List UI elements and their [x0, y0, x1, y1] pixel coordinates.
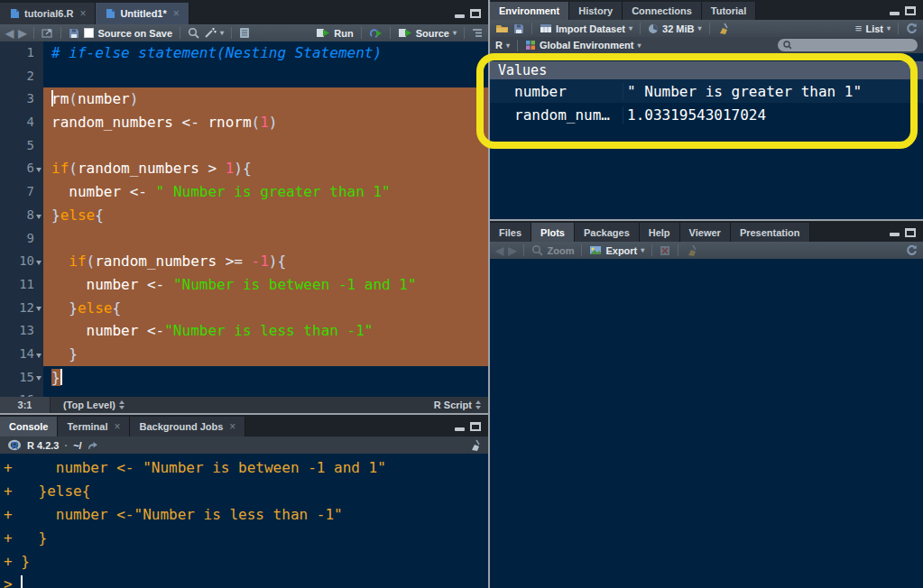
token: ( — [69, 160, 78, 177]
save-button[interactable] — [69, 28, 79, 39]
console-line: + } — [4, 527, 488, 550]
maximize-icon[interactable] — [470, 422, 481, 431]
document-outline-button[interactable] — [472, 28, 483, 38]
token: number — [51, 322, 147, 339]
environment-search-input[interactable] — [795, 41, 912, 51]
plots-toolbar: ◀ ▶ Zoom Export ▾ — [490, 242, 923, 259]
close-icon[interactable]: × — [229, 420, 235, 433]
line-number: 4 — [27, 111, 34, 134]
tab-connections[interactable]: Connections — [623, 2, 702, 20]
tab-console[interactable]: Console — [0, 417, 58, 436]
load-workspace-button[interactable] — [495, 23, 509, 33]
tab-terminal[interactable]: Terminal × — [58, 417, 130, 436]
refresh-icon[interactable] — [906, 244, 918, 256]
token: { — [112, 299, 121, 317]
scope-selector[interactable]: (Top Level) — [51, 400, 125, 410]
display-mode-button[interactable]: ≡ List ▾ — [855, 22, 891, 35]
token — [51, 345, 69, 363]
maximize-icon[interactable] — [905, 228, 916, 237]
code-text: number <- " Number is greater than 1" — [43, 180, 488, 204]
minimize-icon[interactable] — [890, 233, 900, 236]
token: random_numbers — [78, 160, 208, 177]
minimize-icon[interactable] — [890, 12, 900, 15]
file-type-selector[interactable]: R Script — [434, 400, 488, 410]
fold-arrow-icon[interactable] — [34, 212, 43, 219]
fold-arrow-icon[interactable] — [34, 258, 43, 265]
token: "Number is less than -1" — [164, 322, 373, 339]
tab-packages[interactable]: Packages — [575, 223, 640, 242]
maximize-icon[interactable] — [470, 9, 481, 18]
console-prompt-line[interactable]: > — [4, 573, 488, 588]
source-button[interactable]: Source ▾ — [398, 28, 457, 39]
separator — [678, 244, 678, 256]
close-icon[interactable]: × — [173, 7, 180, 20]
token: # if-else statement(Nesting Statement) — [51, 44, 382, 61]
compile-report-button[interactable] — [239, 27, 250, 39]
token: "Number is between -1 and 1" — [173, 276, 417, 293]
tab-plots[interactable]: Plots — [531, 223, 575, 242]
files-tabbar: Files Plots Packages Help Viewer Present… — [490, 221, 923, 242]
working-directory[interactable]: ~/ — [73, 440, 81, 451]
environment-search-box[interactable] — [778, 39, 918, 51]
tab-tutorial6[interactable]: tutorial6.R × — [0, 3, 96, 24]
popout-button[interactable] — [42, 28, 53, 38]
tab-environment[interactable]: Environment — [490, 2, 569, 20]
run-button[interactable]: Run — [316, 28, 353, 39]
tab-background-jobs[interactable]: Background Jobs × — [130, 417, 245, 436]
tab-tutorial[interactable]: Tutorial — [702, 2, 757, 20]
environment-selector[interactable]: Global Environment ▾ — [525, 40, 641, 51]
tab-help[interactable]: Help — [640, 223, 680, 242]
tab-history[interactable]: History — [569, 2, 623, 20]
tab-untitled1[interactable]: Untitled1* × — [96, 3, 189, 24]
tab-files[interactable]: Files — [490, 223, 531, 242]
tab-presentation[interactable]: Presentation — [731, 223, 810, 242]
line-number: 3 — [27, 87, 34, 111]
environment-row-random-numbers[interactable]: random_num… 1.03319543017024 — [490, 103, 923, 126]
memory-usage-button[interactable]: 32 MiB ▾ — [648, 23, 701, 34]
previous-plot-button[interactable]: ◀ — [495, 244, 503, 257]
close-icon[interactable]: × — [79, 7, 86, 20]
fold-arrow-icon[interactable] — [34, 351, 43, 358]
export-label: Export — [605, 245, 637, 256]
token: if — [69, 253, 86, 270]
list-label: List — [865, 23, 883, 34]
save-workspace-button[interactable] — [513, 23, 524, 34]
clear-objects-broom-icon[interactable] — [717, 23, 729, 34]
import-dataset-button[interactable]: Import Dataset ▾ — [540, 23, 632, 34]
token: if — [51, 160, 69, 177]
refresh-icon[interactable] — [906, 23, 918, 34]
code-tools-button[interactable]: ▾ — [204, 27, 224, 39]
rerun-icon — [369, 28, 383, 38]
table-icon — [540, 23, 552, 33]
next-plot-button[interactable]: ▶ — [508, 244, 516, 257]
fold-arrow-icon[interactable] — [34, 373, 43, 381]
maximize-icon[interactable] — [905, 6, 916, 15]
clear-console-broom-icon[interactable] — [469, 439, 481, 451]
language-selector[interactable]: R ▾ — [495, 40, 510, 51]
close-icon[interactable]: × — [114, 420, 120, 433]
export-plot-button[interactable]: Export ▾ — [589, 245, 644, 256]
back-button[interactable]: ◀ — [5, 27, 14, 40]
environment-row-number[interactable]: number " Number is greater than 1" — [490, 79, 923, 103]
clear-plots-broom-icon[interactable] — [686, 244, 697, 256]
code-editor[interactable]: 1# if-else statement(Nesting Statement)2… — [0, 41, 488, 397]
remove-plot-button[interactable] — [660, 245, 670, 256]
find-button[interactable] — [188, 27, 199, 39]
forward-button[interactable]: ▶ — [18, 27, 26, 40]
code-text — [43, 134, 488, 158]
redirect-arrow-icon[interactable] — [88, 441, 98, 450]
tab-label: Untitled1* — [120, 8, 166, 19]
source-on-save-checkbox[interactable]: Source on Save — [84, 28, 172, 39]
fold-arrow-icon[interactable] — [34, 304, 43, 311]
rerun-button[interactable] — [369, 28, 383, 38]
console-output[interactable]: + number <- "Number is between -1 and 1"… — [0, 454, 488, 588]
checkbox-icon[interactable] — [84, 28, 94, 38]
fold-arrow-icon[interactable] — [34, 165, 43, 172]
cursor-position: 3:1 — [0, 397, 51, 413]
tab-viewer[interactable]: Viewer — [680, 223, 731, 242]
values-section-header[interactable]: Values — [490, 61, 923, 79]
zoom-plot-button[interactable]: Zoom — [531, 244, 574, 256]
minimize-icon[interactable] — [455, 427, 465, 431]
separator — [898, 23, 899, 34]
minimize-icon[interactable] — [455, 14, 465, 18]
